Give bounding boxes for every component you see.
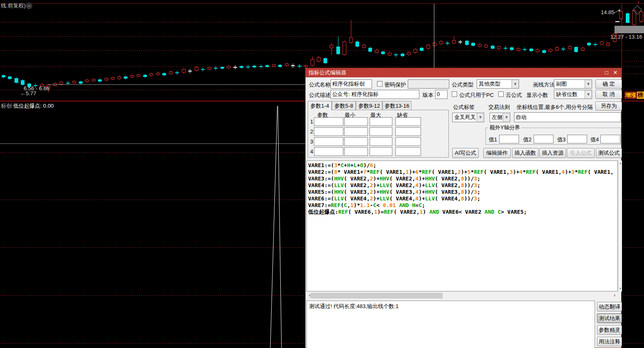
param-max-input-4[interactable] — [370, 147, 392, 156]
password-checkbox[interactable] — [377, 81, 382, 86]
param-min-input-3[interactable] — [344, 137, 368, 146]
ai-write-formula-button[interactable]: AI写公式 — [452, 148, 479, 158]
test-result-button[interactable]: 测试结果 — [597, 313, 622, 323]
code-line[interactable]: VARE1:=(3*C+H+L+O)/6; — [308, 162, 617, 169]
param-row-label: 2 — [310, 128, 313, 135]
rank-badge[interactable]: 增涨 榜 — [624, 91, 644, 99]
dialog-titlebar[interactable]: 指标公式编辑器 — [306, 68, 621, 77]
candle — [401, 54, 404, 56]
close-icon[interactable]: ✕ — [612, 68, 619, 77]
dynamic-translate-button[interactable]: 动态翻译 — [597, 302, 622, 311]
coord-line-label: 坐标线位置,最多6个,用分号分隔 — [517, 104, 593, 111]
draw-method-select[interactable]: 副图 ▼ — [554, 79, 592, 89]
formula-code-editor[interactable]: VARE1:=(3*C+H+L+O)/6;VARE2:=(8* VARE1+7*… — [306, 160, 618, 291]
candle — [317, 57, 321, 62]
formula-tag-select[interactable]: 金叉死叉 ▼ — [452, 113, 484, 122]
candle — [349, 37, 353, 43]
extra-y-label-4: 值4 — [590, 136, 599, 143]
param-max-input-2[interactable] — [370, 127, 392, 136]
decimals-label: 显示小数 — [526, 91, 548, 99]
param-name-input-2[interactable] — [314, 127, 343, 136]
extra-y-label-1: 值1 — [489, 136, 497, 143]
extra-y-input-3[interactable] — [567, 135, 587, 143]
cloud-formula-checkbox[interactable] — [498, 91, 504, 97]
formula-desc-input[interactable]: 公众号: 程序化指标 — [331, 90, 419, 99]
maximize-icon[interactable]: □ — [603, 68, 610, 77]
formula-type-select[interactable]: 其他类型 ▼ — [477, 79, 519, 89]
param-min-input-1[interactable] — [344, 117, 368, 126]
chevron-down-icon[interactable]: ▼ — [512, 80, 519, 88]
code-line[interactable]: VARE7:=REF(C,1)*1.1-C< 0.01 AND H=C; — [308, 202, 617, 209]
trade-rule-label: 交易法则 — [488, 104, 510, 111]
code-line[interactable]: VARE6:=(LLV( VARE4,2)+LLV( VARE4,4)+LLV(… — [308, 195, 617, 202]
param-default-input-3[interactable] — [395, 137, 421, 146]
candle — [368, 48, 372, 52]
candle — [587, 43, 591, 45]
param-name-input-3[interactable] — [314, 137, 343, 146]
candle — [484, 45, 488, 47]
code-horizontal-scrollbar[interactable]: ‹ › — [306, 292, 618, 299]
scroll-down-icon[interactable]: ▼ — [618, 287, 622, 291]
candle — [563, 47, 563, 51]
usage-notes-button[interactable]: 用法注释 — [597, 337, 622, 346]
pc-only-checkbox[interactable] — [452, 91, 457, 97]
tab-params-13-16[interactable]: 参数13-16 — [382, 101, 411, 110]
candle — [581, 48, 585, 50]
param-min-input-4[interactable] — [344, 147, 368, 156]
insert-function-button[interactable]: 插入函数 — [512, 148, 539, 158]
tab-params-5-8[interactable]: 参数5-8 — [332, 101, 356, 110]
rank-badge-right: 榜 — [637, 91, 644, 99]
version-input[interactable]: 0 — [435, 90, 448, 99]
scroll-right-icon[interactable]: › — [611, 292, 618, 299]
candle — [323, 58, 327, 63]
param-max-input-1[interactable] — [370, 117, 392, 126]
scroll-up-icon[interactable]: ▲ — [618, 161, 622, 165]
trade-rule-value: 左侧 — [492, 114, 502, 120]
scrollbar-thumb[interactable] — [311, 293, 443, 299]
decimals-select[interactable]: 缺省位数 ▼ — [554, 90, 592, 99]
extra-y-input-2[interactable] — [534, 135, 553, 143]
cloud-formula-label[interactable]: 云公式 — [506, 91, 522, 99]
param-max-input-3[interactable] — [370, 137, 392, 146]
chevron-down-icon[interactable]: ▼ — [477, 113, 484, 122]
chevron-down-icon[interactable]: ⌄ — [26, 2, 32, 9]
password-input[interactable] — [408, 79, 449, 89]
param-wizard-button[interactable]: 参数精灵 — [597, 325, 622, 335]
chevron-down-icon[interactable]: ▼ — [585, 80, 592, 88]
param-default-input-2[interactable] — [395, 127, 421, 136]
save-as-button[interactable]: 另存为 — [595, 101, 622, 111]
trade-rule-select[interactable]: 左侧 ▼ — [490, 113, 510, 122]
password-label[interactable]: 密码保护 — [384, 81, 406, 89]
param-default-input-4[interactable] — [395, 147, 421, 156]
prev-close-dash — [615, 21, 620, 22]
code-line[interactable]: VARE2:=(8* VARE1+7*REF( VARE1,1)+6*REF( … — [308, 169, 617, 175]
param-min-input-2[interactable] — [344, 127, 368, 136]
code-line[interactable]: 低位起爆点:REF( VARE6,1)=REF( VARE2,1) AND VA… — [308, 209, 617, 215]
formula-name-input[interactable]: 程序化指标创 — [331, 79, 372, 89]
tab-params-1-4[interactable]: 参数1-4 — [308, 101, 332, 110]
ok-button[interactable]: 确 定 — [595, 79, 622, 89]
pc-only-label[interactable]: 公式只用于PC — [459, 91, 494, 99]
code-line[interactable]: VARE4:=(LLV( VARE2,2)+LLV( VARE2,4)+LLV(… — [308, 182, 617, 189]
candle — [362, 45, 366, 48]
extra-y-input-4[interactable] — [600, 135, 620, 143]
test-formula-button[interactable]: 测试公式 — [596, 148, 622, 158]
insert-resource-button[interactable]: 插入资源 — [539, 148, 566, 158]
candle — [381, 52, 385, 54]
cancel-button[interactable]: 取 消 — [595, 90, 622, 99]
coord-line-input[interactable]: 自动 — [514, 112, 621, 122]
edit-operations-button[interactable]: 编辑操作 — [483, 148, 511, 158]
chevron-down-icon[interactable]: ▼ — [503, 113, 510, 122]
low-price-label: ←5.77 — [20, 90, 36, 96]
candle — [343, 42, 346, 55]
code-vertical-scrollbar[interactable]: ▲ ▼ — [618, 160, 622, 291]
code-line[interactable]: VARE3:=(HHV( VARE2,2)+HHV( VARE2,4)+HHV(… — [308, 175, 617, 182]
candle — [529, 49, 533, 51]
param-default-input-1[interactable] — [395, 117, 421, 126]
chevron-down-icon[interactable]: ▼ — [585, 90, 592, 99]
tab-params-9-12[interactable]: 参数9-12 — [356, 101, 382, 110]
code-line[interactable]: VARE5:=(HHV( VARE3,2)+HHV( VARE3,4)+HHV(… — [308, 189, 617, 195]
extra-y-input-1[interactable] — [499, 135, 519, 143]
param-name-input-4[interactable] — [314, 147, 343, 156]
param-name-input-1[interactable] — [314, 117, 343, 126]
